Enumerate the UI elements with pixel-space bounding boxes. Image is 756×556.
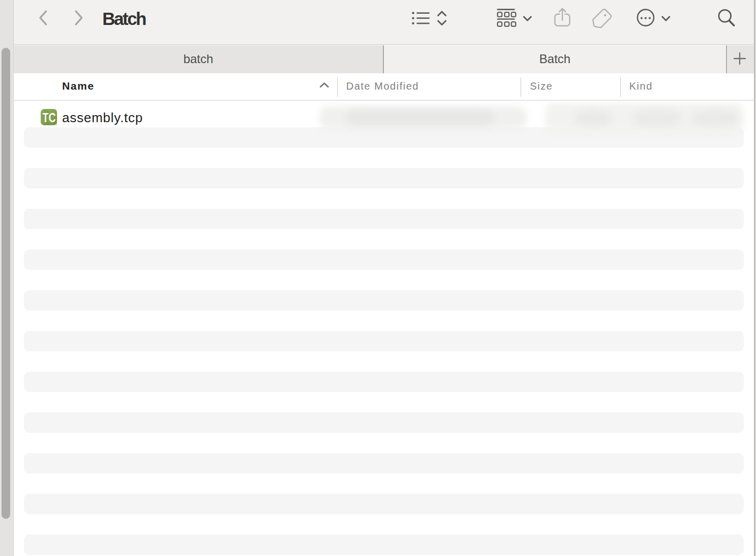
svg-text:TC: TC	[43, 110, 56, 125]
